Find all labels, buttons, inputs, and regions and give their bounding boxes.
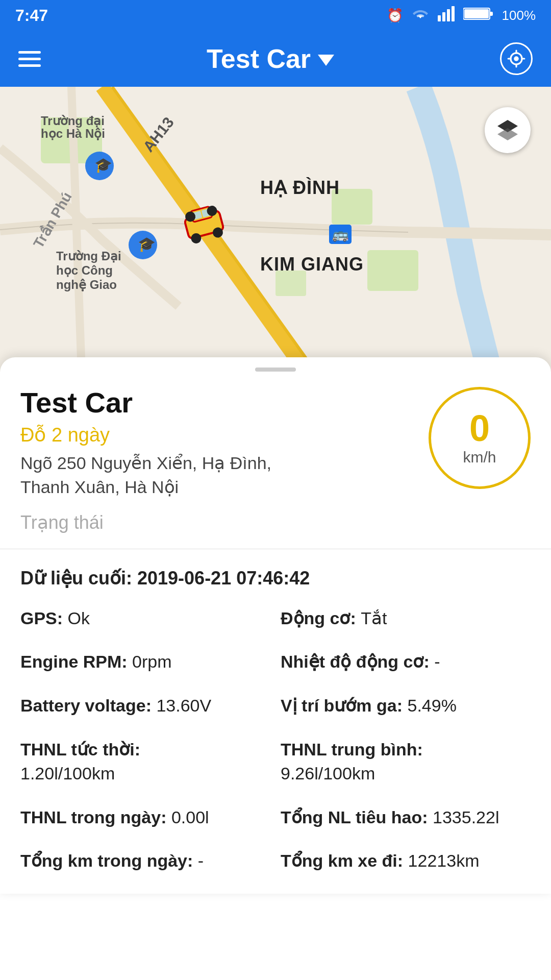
speed-circle: 0 km/h — [429, 387, 531, 489]
temp-label: Nhiệt độ động cơ: — [281, 652, 434, 671]
data-grid: GPS: Ok Động cơ: Tắt Engine RPM: 0rpm Nh… — [20, 606, 531, 873]
data-item-engine: Động cơ: Tắt — [281, 606, 531, 631]
vehicle-selector[interactable]: Test Car — [207, 43, 334, 74]
svg-rect-0 — [438, 15, 441, 21]
data-section: Dữ liệu cuối: 2019-06-21 07:46:42 GPS: O… — [20, 549, 531, 873]
status-time: 7:47 — [15, 6, 48, 25]
data-item-rpm: Engine RPM: 0rpm — [20, 650, 270, 674]
gps-label: GPS: — [20, 608, 68, 628]
svg-rect-3 — [452, 6, 455, 21]
layer-icon — [495, 117, 520, 143]
last-update-row: Dữ liệu cuối: 2019-06-21 07:46:42 — [20, 568, 531, 589]
vehicle-name: Test Car — [20, 387, 306, 419]
vehicle-header: Test Car Đỗ 2 ngày Ngõ 250 Nguyễn Xiển, … — [20, 387, 531, 500]
rpm-value: 0rpm — [132, 652, 171, 671]
speed-unit: km/h — [463, 449, 496, 466]
svg-rect-12 — [367, 250, 418, 291]
last-update-label: Dữ liệu cuối: — [20, 568, 132, 589]
throttle-label: Vị trí bướm ga: — [281, 696, 407, 715]
data-item-gps: GPS: Ok — [20, 606, 270, 631]
svg-marker-37 — [497, 128, 518, 140]
engine-label: Động cơ: — [281, 608, 361, 628]
last-update-value: 2019-06-21 07:46:42 — [137, 568, 310, 589]
gps-value: Ok — [68, 608, 90, 628]
svg-rect-2 — [447, 9, 450, 21]
rpm-label: Engine RPM: — [20, 652, 132, 671]
signal-icon — [438, 6, 455, 25]
svg-text:nghệ Giao: nghệ Giao — [56, 278, 117, 291]
fuel-instant-value: 1.20l/100km — [20, 764, 115, 783]
data-item-km-today: Tổng km trong ngày: - — [20, 849, 270, 873]
svg-text:Trường đại: Trường đại — [41, 114, 105, 128]
svg-text:🚌: 🚌 — [332, 226, 349, 242]
data-item-temp: Nhiệt độ động cơ: - — [281, 650, 531, 674]
battery-icon — [463, 7, 494, 24]
svg-text:🎓: 🎓 — [94, 157, 112, 174]
data-item-fuel-instant: THNL tức thời: 1.20l/100km — [20, 738, 270, 786]
layer-button[interactable] — [485, 107, 531, 153]
status-placeholder: Trạng thái — [20, 512, 531, 533]
svg-point-7 — [514, 56, 519, 61]
fuel-avg-value: 9.26l/100km — [281, 764, 375, 783]
svg-rect-5 — [464, 9, 489, 18]
data-item-fuel-avg: THNL trung bình: 9.26l/100km — [281, 738, 531, 786]
throttle-value: 5.49% — [407, 696, 456, 715]
km-today-label: Tổng km trong ngày: — [20, 851, 198, 870]
svg-text:Trường Đại: Trường Đại — [56, 249, 121, 263]
fuel-total-label: Tổng NL tiêu hao: — [281, 807, 433, 827]
alarm-icon: ⏰ — [387, 8, 403, 23]
map-view: Trần Phú AH13 🎓 Trường đại học Hà Nội 🎓 … — [0, 87, 551, 373]
battery-value: 13.60V — [156, 696, 211, 715]
vehicle-status-text: Đỗ 2 ngày — [20, 424, 306, 446]
fuel-today-label: THNL trong ngày: — [20, 807, 171, 827]
location-button[interactable] — [500, 42, 533, 75]
svg-text:🎓: 🎓 — [138, 236, 156, 253]
data-item-throttle: Vị trí bướm ga: 5.49% — [281, 694, 531, 718]
fuel-today-value: 0.00l — [171, 807, 209, 827]
svg-text:học Công: học Công — [56, 263, 113, 277]
app-bar: Test Car — [0, 31, 551, 87]
vehicle-address: Ngõ 250 Nguyễn Xiển, Hạ Đình, Thanh Xuân… — [20, 451, 306, 500]
data-item-battery: Battery voltage: 13.60V — [20, 694, 270, 718]
wifi-icon — [411, 6, 430, 25]
vehicle-title-group: Test Car Đỗ 2 ngày Ngõ 250 Nguyễn Xiển, … — [20, 387, 306, 500]
data-item-fuel-total: Tổng NL tiêu hao: 1335.22l — [281, 805, 531, 830]
km-total-value: 12213km — [408, 851, 480, 870]
data-item-km-total: Tổng km xe đi: 12213km — [281, 849, 531, 873]
svg-rect-1 — [442, 12, 445, 21]
engine-value: Tắt — [361, 608, 387, 628]
menu-button[interactable] — [18, 51, 41, 67]
status-bar: 7:47 ⏰ — [0, 0, 551, 31]
speed-value: 0 — [469, 410, 490, 447]
battery-label: Battery voltage: — [20, 696, 156, 715]
fuel-instant-label: THNL tức thời: — [20, 740, 140, 759]
status-icons: ⏰ 100% — [387, 6, 536, 25]
location-target-icon — [507, 49, 526, 68]
map-container[interactable]: Trần Phú AH13 🎓 Trường đại học Hà Nội 🎓 … — [0, 87, 551, 373]
svg-text:HẠ ĐÌNH: HẠ ĐÌNH — [260, 177, 340, 198]
panel-handle[interactable] — [255, 368, 296, 372]
app-title: Test Car — [207, 43, 311, 74]
temp-value: - — [434, 652, 440, 671]
km-total-label: Tổng km xe đi: — [281, 851, 408, 870]
svg-text:học Hà Nội: học Hà Nội — [41, 127, 105, 140]
fuel-avg-label: THNL trung bình: — [281, 740, 423, 759]
dropdown-arrow-icon — [318, 55, 334, 66]
km-today-value: - — [198, 851, 204, 870]
svg-text:KIM GIANG: KIM GIANG — [260, 254, 364, 275]
info-panel: Test Car Đỗ 2 ngày Ngõ 250 Nguyễn Xiển, … — [0, 357, 551, 894]
svg-rect-6 — [490, 12, 493, 16]
fuel-total-value: 1335.22l — [433, 807, 499, 827]
battery-percent: 100% — [502, 8, 536, 23]
data-item-fuel-today: THNL trong ngày: 0.00l — [20, 805, 270, 830]
